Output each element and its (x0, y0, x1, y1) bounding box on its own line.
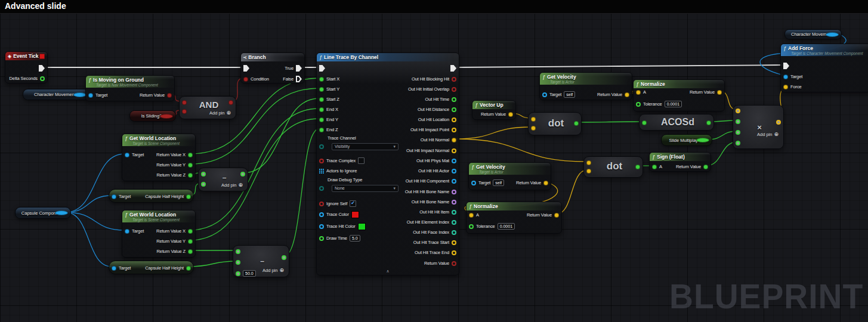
capsule-half-height-1-node[interactable]: TargetCapsule Half Height (109, 189, 194, 203)
target-pin[interactable] (88, 93, 93, 98)
out-hit-distance-pin[interactable] (452, 107, 456, 112)
vector-up-node[interactable]: ƒVector UpReturn Value (472, 100, 516, 120)
start-y-pin[interactable] (319, 87, 324, 92)
tolerance-pin[interactable] (636, 102, 641, 107)
return-value-pin[interactable] (167, 93, 172, 98)
slide-multiplayer-pin[interactable] (696, 138, 709, 143)
target-pin[interactable] (783, 75, 788, 79)
return-value-pin[interactable] (554, 213, 559, 218)
sign-float-node[interactable]: ƒSign (Float)AReturn Value (649, 152, 711, 172)
dot-1-pin[interactable] (531, 126, 536, 131)
return-value-pin[interactable] (508, 112, 513, 117)
line-trace-by-channel-exec-pin[interactable] (450, 65, 456, 72)
multiply-pin[interactable] (776, 120, 781, 125)
add-pin-button[interactable]: Add pin⊕ (757, 131, 779, 137)
out-hit-hit-component-pin[interactable] (452, 179, 456, 184)
line-trace-by-channel-node[interactable]: ƒLine Trace By ChannelStart XStart YStar… (316, 52, 459, 275)
target-pin[interactable] (112, 194, 116, 199)
get-velocity-2-node[interactable]: ƒGet VelocityTarget is ActorTargetselfRe… (468, 162, 551, 190)
return-value-y-pin[interactable] (188, 239, 193, 244)
out-hit-impact-point-pin[interactable] (452, 128, 456, 132)
character-movement-pin[interactable] (73, 92, 87, 97)
value-input[interactable]: self (564, 91, 575, 98)
return-value-pin[interactable] (703, 165, 708, 169)
is-sliding-node[interactable]: Is Sliding? (129, 110, 176, 122)
return-value-x-pin[interactable] (188, 153, 193, 157)
dot-2-pin[interactable] (635, 165, 640, 169)
subtract-1-node[interactable]: –Add pin⊕ (198, 168, 248, 191)
normalize-2-node[interactable]: ƒNormalizeATolerance0.0001Return Value (466, 202, 562, 234)
value-input[interactable]: 50.0 (243, 270, 256, 277)
tolerance-pin[interactable] (469, 224, 474, 229)
dot-1-pin[interactable] (531, 117, 536, 122)
blueprint-canvas[interactable]: Advanced slide ◈Event TickDelta SecondsC… (0, 0, 868, 322)
line-trace-by-channel-pin[interactable] (319, 186, 324, 191)
get-world-location-1-node[interactable]: ƒGet World LocationTarget is Scene Compo… (122, 134, 196, 181)
line-trace-by-channel-pin[interactable] (319, 144, 324, 149)
out-hit-bone-name-pin[interactable] (452, 200, 456, 205)
out-hit-phys-mat-pin[interactable] (452, 159, 456, 163)
trace-color-pin[interactable] (319, 212, 324, 217)
target-pin[interactable] (125, 229, 129, 234)
capsule-half-height-2-node[interactable]: TargetCapsule Half Height (109, 261, 194, 274)
out-hit-blocking-hit-pin[interactable] (452, 77, 456, 82)
line-trace-by-channel-exec-pin[interactable] (319, 65, 325, 72)
event-tick-node[interactable]: ◈Event TickDelta Seconds (5, 51, 48, 83)
dropdown-select[interactable]: Visibility▾ (332, 143, 399, 150)
capsule-component-node[interactable]: Capsule Component (15, 207, 71, 219)
dropdown-select[interactable]: None▾ (332, 185, 399, 192)
get-velocity-1-node[interactable]: ƒGet VelocityTarget is ActorTargetselfRe… (539, 72, 632, 100)
multiply-pin[interactable] (736, 130, 740, 135)
acosd-pin[interactable] (706, 120, 711, 125)
a-pin[interactable] (469, 213, 474, 218)
a-pin[interactable] (636, 90, 641, 95)
array-pin[interactable] (319, 169, 324, 174)
multiply-pin[interactable] (736, 119, 740, 124)
subtract-2-pin[interactable] (236, 249, 240, 254)
subtract-1-pin[interactable] (201, 182, 206, 187)
return-value-pin[interactable] (543, 181, 548, 185)
subtract-2-pin[interactable] (282, 255, 286, 260)
slide-multiplayer-node[interactable]: Slide Multiplayer (661, 134, 712, 146)
out-hit-hit-bone-name-pin[interactable] (452, 190, 456, 194)
capsule-half-height-pin[interactable] (186, 266, 191, 271)
out-hit-normal-pin[interactable] (452, 138, 456, 143)
checkbox[interactable]: ✔ (350, 200, 356, 207)
return-value-pin[interactable] (625, 92, 629, 97)
subtract-2-pin[interactable] (236, 271, 240, 276)
value-input[interactable]: self (493, 179, 504, 186)
multiply-pin[interactable] (736, 141, 740, 145)
ignore-self-pin[interactable] (319, 202, 324, 206)
return-value-y-pin[interactable] (188, 163, 193, 168)
subtract-1-pin[interactable] (240, 172, 245, 177)
normalize-1-node[interactable]: ƒNormalizeATolerance0.0001Return Value (633, 79, 725, 112)
out-hit-face-index-pin[interactable] (452, 230, 456, 235)
add-pin-button[interactable]: Add pin⊕ (262, 267, 284, 273)
subtract-1-pin[interactable] (201, 172, 206, 177)
capsule-half-height-pin[interactable] (186, 194, 191, 199)
out-hit-element-index-pin[interactable] (452, 220, 456, 225)
subtract-2-node[interactable]: 50.0–Add pin⊕ (233, 245, 289, 277)
character-movement-1-node[interactable]: Character Movement (23, 89, 89, 100)
target-pin[interactable] (542, 92, 547, 97)
and-pin[interactable] (228, 100, 233, 105)
character-movement-pin[interactable] (826, 32, 839, 37)
false-exec-pin[interactable] (296, 76, 302, 82)
color-swatch[interactable] (351, 211, 359, 218)
out-hit-hit-item-pin[interactable] (452, 210, 456, 215)
dot-2-pin[interactable] (586, 160, 591, 165)
a-pin[interactable] (652, 165, 657, 169)
multiply-node[interactable]: ×Add pin⊕ (733, 105, 784, 149)
dot-1-pin[interactable] (574, 121, 579, 126)
dot-1-node[interactable]: dot (528, 112, 582, 135)
dot-2-pin[interactable] (586, 169, 591, 174)
start-x-pin[interactable] (319, 77, 324, 82)
and-pin[interactable] (182, 109, 187, 114)
capsule-component-pin[interactable] (55, 210, 68, 215)
return-value-x-pin[interactable] (188, 229, 193, 234)
delta-seconds-pin[interactable] (40, 76, 45, 81)
value-input[interactable]: 0.0001 (498, 223, 515, 230)
start-z-pin[interactable] (319, 97, 324, 102)
true-exec-pin[interactable] (296, 65, 302, 72)
acosd-pin[interactable] (642, 120, 647, 125)
